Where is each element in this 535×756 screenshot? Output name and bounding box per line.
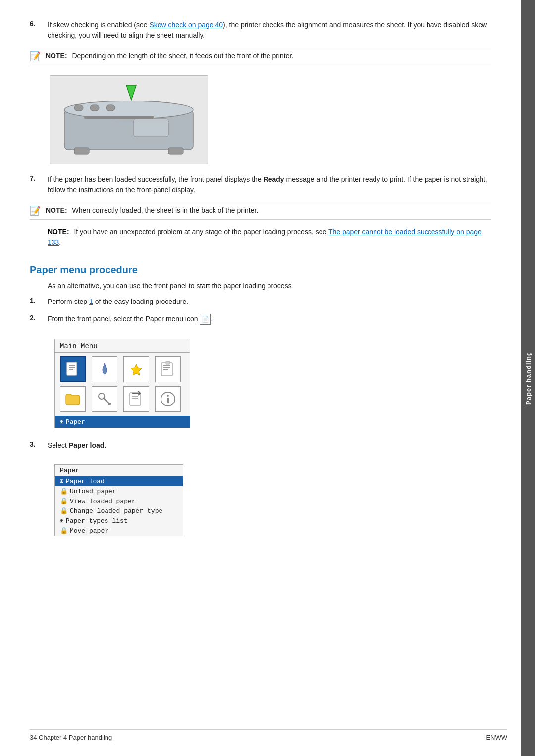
view-label: View loaded paper [70, 498, 136, 505]
step-7-text: If the paper has been loaded successfull… [48, 174, 491, 195]
paper-menu-item-types[interactable]: ⊞ Paper types list [55, 516, 183, 526]
unload-label: Unload paper [70, 488, 116, 495]
paper-menu-item-move[interactable]: 🔒 Move paper [55, 526, 183, 536]
svg-point-28 [167, 395, 169, 397]
easy-loading-link[interactable]: 1 [89, 298, 93, 305]
note-icon-2: 📝 [30, 205, 42, 216]
paper-menu-item-view[interactable]: 🔒 View loaded paper [55, 496, 183, 506]
section-step-2-number: 2. [30, 314, 48, 325]
note-2-label: NOTE: [46, 206, 67, 214]
menu-icon-transfer[interactable] [123, 386, 149, 412]
ready-bold: Ready [264, 175, 284, 183]
skew-check-link[interactable]: Skew check on page 40 [149, 21, 223, 29]
menu-selected-label: Paper [66, 418, 85, 426]
move-icon: 🔒 [60, 527, 68, 535]
menu-icon-ink[interactable] [92, 356, 117, 382]
svg-rect-6 [134, 119, 168, 137]
svg-rect-11 [69, 365, 75, 366]
footer-right: ENWW [486, 734, 507, 741]
note-3-label: NOTE: [48, 228, 69, 236]
svg-rect-13 [69, 369, 73, 370]
note-icon-1: 📝 [30, 51, 42, 62]
menu-icon-paper[interactable] [60, 356, 86, 382]
move-label: Move paper [70, 527, 108, 535]
svg-rect-16 [163, 365, 170, 366]
main-menu-image: Main Menu [54, 339, 190, 428]
menu-selected-icon: ⊞ [60, 418, 64, 426]
menu-title: Main Menu [55, 339, 190, 353]
menu-icons-row1 [55, 353, 190, 386]
paper-load-label: Paper load [66, 478, 105, 485]
section-step-1-text: Perform step 1 of the easy loading proce… [48, 297, 491, 307]
svg-rect-12 [69, 367, 75, 368]
svg-rect-2 [74, 105, 83, 111]
svg-point-22 [108, 403, 111, 405]
side-tab: Paper handling [521, 0, 535, 756]
types-icon: ⊞ [60, 517, 64, 525]
menu-selected-paper[interactable]: ⊞ Paper [55, 416, 190, 428]
step-7: 7. If the paper has been loaded successf… [30, 174, 491, 195]
view-icon: 🔒 [60, 497, 68, 505]
menu-icon-folder[interactable] [60, 386, 86, 412]
svg-rect-4 [106, 105, 115, 111]
svg-rect-7 [74, 148, 89, 154]
menu-icons-row2 [55, 386, 190, 416]
footer-left: 34 Chapter 4 Paper handling [30, 734, 112, 741]
step-6: 6. If skew checking is enabled (see Skew… [30, 20, 491, 41]
svg-rect-17 [163, 367, 170, 368]
note-3-text: If you have an unexpected problem at any… [48, 228, 482, 246]
paper-menu-item-load[interactable]: ⊞ Paper load [55, 476, 183, 486]
step-7-number: 7. [30, 174, 48, 195]
section-step-2-text: From the front panel, select the Paper m… [48, 314, 491, 325]
paper-load-icon: ⊞ [60, 477, 64, 485]
section-step-3-number: 3. [30, 440, 48, 451]
svg-rect-8 [168, 148, 183, 154]
svg-rect-3 [90, 105, 99, 111]
types-label: Paper types list [66, 517, 128, 525]
step-6-text: If skew checking is enabled (see Skew ch… [48, 20, 491, 41]
svg-rect-19 [166, 361, 170, 364]
svg-rect-5 [84, 116, 154, 119]
section-step-2: 2. From the front panel, select the Pape… [30, 314, 491, 325]
paper-load-error-link[interactable]: The paper cannot be loaded successfully … [48, 228, 482, 246]
section-step-1: 1. Perform step 1 of the easy loading pr… [30, 297, 491, 307]
svg-marker-9 [126, 85, 136, 100]
step-6-number: 6. [30, 20, 48, 41]
note-box-1: 📝 NOTE: Depending on the length of the s… [30, 48, 491, 65]
note-box-2: 📝 NOTE: When correctly loaded, the sheet… [30, 202, 491, 220]
change-label: Change loaded paper type [70, 507, 162, 515]
svg-marker-14 [131, 364, 142, 375]
svg-rect-29 [167, 398, 169, 403]
paper-menu-item-unload[interactable]: 🔒 Unload paper [55, 486, 183, 496]
section-step-3-text: Select Paper load. [48, 440, 491, 451]
menu-icon-info[interactable] [155, 386, 181, 412]
printer-image [50, 75, 208, 164]
change-icon: 🔒 [60, 507, 68, 515]
menu-icon-job[interactable] [155, 356, 181, 382]
note-block-3: NOTE: If you have an unexpected problem … [48, 227, 491, 248]
section-intro: As an alternative, you can use the front… [48, 282, 491, 290]
paper-menu-box: Paper ⊞ Paper load 🔒 Unload paper 🔒 View… [54, 464, 183, 536]
section-step-3: 3. Select Paper load. [30, 440, 491, 451]
menu-icon-favorites[interactable] [123, 356, 149, 382]
side-tab-text: Paper handling [525, 352, 532, 405]
section-heading: Paper menu procedure [30, 259, 491, 276]
paper-menu-title: Paper [55, 465, 183, 476]
printer-illustration [54, 80, 203, 159]
paper-menu-item-change[interactable]: 🔒 Change loaded paper type [55, 506, 183, 516]
note-2-text: When correctly loaded, the sheet is in t… [72, 206, 258, 214]
footer: 34 Chapter 4 Paper handling ENWW [30, 729, 507, 741]
menu-icon-wrench[interactable] [92, 386, 117, 412]
section-step-1-number: 1. [30, 297, 48, 307]
note-1-label: NOTE: [46, 52, 67, 60]
unload-icon: 🔒 [60, 487, 68, 495]
paper-menu-icon: 📄 [200, 314, 211, 325]
paper-load-bold: Paper load [69, 441, 105, 449]
svg-rect-18 [163, 369, 168, 370]
note-1-text: Depending on the length of the sheet, it… [72, 52, 293, 60]
